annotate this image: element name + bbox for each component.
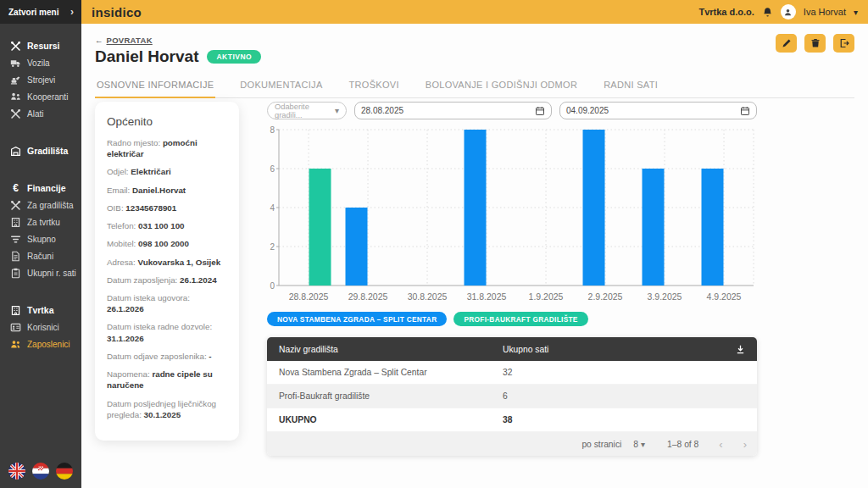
info-field: Odjel: Električari: [107, 166, 227, 177]
svg-text:2.9.2025: 2.9.2025: [588, 291, 623, 302]
per-page-select[interactable]: 8▾: [633, 440, 645, 449]
sidebar-item-label: Financije: [27, 183, 66, 193]
sidebar-collapse-label: Zatvori meni: [8, 8, 58, 17]
table-row: Nova Stambena Zgrada – Split Centar32: [267, 361, 757, 385]
sidebar-item-label: Ukupni r. sati: [27, 269, 76, 278]
legend-chip[interactable]: NOVA STAMBENA ZGRADA – SPLIT CENTAR: [267, 312, 447, 326]
sidebar-item-label: Vozila: [27, 58, 50, 68]
notifications-bell-icon[interactable]: [762, 7, 773, 18]
delete-button[interactable]: [804, 34, 826, 53]
document-icon: [10, 251, 21, 262]
back-link[interactable]: ← POVRATAK: [95, 36, 153, 45]
date-from-value: 28.08.2025: [361, 106, 403, 115]
sidebar-item-za-tvrtku[interactable]: Za tvrtku: [0, 214, 81, 230]
tools-icon: [10, 41, 21, 52]
info-field: OIB: 12345678901: [107, 202, 227, 214]
sidebar-item-alati[interactable]: Alati: [0, 105, 81, 122]
cell-site-name: UKUPNO: [267, 415, 503, 424]
chart-legend: NOVA STAMBENA ZGRADA – SPLIT CENTARPROFI…: [267, 312, 757, 326]
tab-bar: OSNOVNE INFORMACIJEDOKUMENTACIJATROŠKOVI…: [95, 75, 854, 98]
tab-osnovne-informacije[interactable]: OSNOVNE INFORMACIJE: [95, 75, 215, 98]
svg-text:0: 0: [270, 281, 275, 291]
users-icon: [10, 339, 21, 350]
user-menu[interactable]: Iva Horvat: [804, 7, 846, 17]
pagination-range: 1–8 of 8: [667, 440, 698, 449]
site-filter-select[interactable]: Odaberite gradili... ▾: [267, 102, 347, 119]
svg-text:29.8.2025: 29.8.2025: [348, 291, 388, 302]
chevron-right-icon: ›: [70, 6, 74, 18]
title-row: Daniel Horvat AKTIVNO: [95, 47, 261, 66]
sidebar-item-za-gradili-ta[interactable]: Za gradilišta: [0, 197, 81, 214]
tab-radni-sati[interactable]: RADNI SATI: [602, 75, 659, 98]
sidebar-item-financije[interactable]: €Financije: [0, 180, 81, 197]
signout-employee-button[interactable]: [833, 34, 854, 53]
date-to-input[interactable]: 04.09.2025: [559, 102, 757, 119]
info-field: Datum zaposljenja: 26.1.2024: [107, 274, 227, 286]
hours-bar-chart: 0246828.8.202529.8.202530.8.202531.8.202…: [267, 125, 757, 309]
app-logo[interactable]: insidico: [92, 5, 142, 19]
info-field: Datum isteka radne dozvole: 31.1.2026: [107, 321, 227, 343]
cell-hours: 32: [503, 368, 757, 377]
prev-page-button[interactable]: ‹: [719, 438, 722, 451]
date-from-input[interactable]: 28.08.2025: [354, 102, 552, 119]
euro-icon: €: [10, 183, 21, 194]
idcard-icon: [10, 322, 21, 333]
svg-text:28.8.2025: 28.8.2025: [289, 291, 329, 302]
caret-down-icon: ▾: [641, 440, 645, 449]
language-switcher: [8, 463, 73, 480]
cooperants-icon: [10, 92, 21, 103]
info-field: Adresa: Vukovarska 1, Osijek: [107, 257, 227, 268]
tab-troškovi[interactable]: TROŠKOVI: [348, 75, 401, 98]
info-field: Datum posljednjeg liječničkog pregleda: …: [107, 398, 227, 420]
edit-button[interactable]: [776, 34, 797, 53]
tab-dokumentacija[interactable]: DOKUMENTACIJA: [238, 75, 324, 98]
sidebar-item-korisnici[interactable]: Korisnici: [0, 319, 81, 336]
table-row: UKUPNO38: [267, 408, 757, 432]
sidebar-item-zaposlenici[interactable]: Zaposlenici: [0, 336, 81, 352]
sidebar-item-label: Alati: [27, 109, 43, 119]
sidebar-item-label: Resursi: [27, 41, 60, 51]
truck-icon: [10, 58, 21, 69]
next-page-button[interactable]: ›: [743, 438, 747, 451]
croatia-flag-icon[interactable]: [32, 463, 49, 480]
column-header-site: Naziv gradilišta: [267, 345, 503, 354]
chevron-down-icon[interactable]: ▾: [854, 8, 858, 17]
back-label: POVRATAK: [107, 36, 153, 45]
nav-group: TvrtkaKorisniciZaposlenici: [0, 302, 81, 352]
legend-chip[interactable]: PROFI-BAUKRAFT GRADILIŠTE: [453, 312, 587, 326]
sidebar-item-gradili-ta[interactable]: Gradilišta: [0, 142, 81, 159]
sidebar-item-skupno[interactable]: Skupno: [0, 230, 81, 247]
page-title: Daniel Horvat: [95, 47, 198, 66]
header-actions: [776, 34, 854, 53]
status-badge: AKTIVNO: [207, 50, 261, 64]
download-icon[interactable]: [735, 344, 746, 355]
nav-group: €FinancijeZa gradilištaZa tvrtkuSkupnoRa…: [0, 180, 81, 281]
svg-text:2: 2: [270, 242, 275, 252]
nav-group: ResursiVozilaStrojeviKooperantiAlati: [0, 37, 81, 122]
sidebar-item-kooperanti[interactable]: Kooperanti: [0, 88, 81, 105]
table-body: Nova Stambena Zgrada – Split Centar32Pro…: [267, 361, 757, 432]
user-avatar[interactable]: [781, 4, 796, 19]
svg-text:30.8.2025: 30.8.2025: [408, 291, 448, 302]
uk-flag-icon[interactable]: [8, 463, 25, 480]
sidebar-collapse-button[interactable]: Zatvori meni ›: [0, 0, 81, 24]
date-to-value: 04.09.2025: [566, 106, 609, 115]
sidebar-item-ukupni-r-sati[interactable]: Ukupni r. sati: [0, 264, 81, 281]
sidebar-item-label: Za tvrtku: [27, 218, 60, 227]
sidebar-item-ra-uni[interactable]: Računi: [0, 247, 81, 264]
sidebar-item-vozila[interactable]: Vozila: [0, 54, 81, 71]
clipboard-icon: [10, 268, 21, 279]
sidebar-item-resursi[interactable]: Resursi: [0, 37, 81, 54]
tab-bolovanje-i-godišnji-odmor[interactable]: BOLOVANJE I GODIŠNJI ODMOR: [424, 75, 579, 98]
building-icon: [10, 305, 21, 316]
sidebar-item-tvrtka[interactable]: Tvrtka: [0, 302, 81, 319]
germany-flag-icon[interactable]: [56, 463, 73, 480]
column-header-hours: Ukupno sati: [503, 345, 735, 354]
svg-text:6: 6: [270, 164, 275, 174]
card-fields: Radno mjesto: pomoćni električarOdjel: E…: [107, 137, 227, 420]
svg-text:31.8.2025: 31.8.2025: [467, 291, 507, 302]
back-arrow-icon: ←: [95, 36, 103, 45]
sidebar-item-label: Za gradilišta: [27, 201, 73, 210]
sidebar-item-label: Tvrtka: [27, 305, 54, 315]
sidebar-item-strojevi[interactable]: Strojevi: [0, 71, 81, 88]
